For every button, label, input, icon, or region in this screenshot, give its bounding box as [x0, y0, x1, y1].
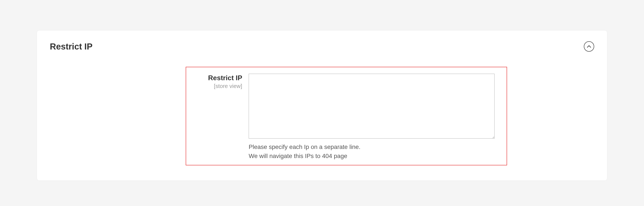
field-label: Restrict IP — [192, 74, 242, 82]
settings-panel: Restrict IP Restrict IP [store view] Ple… — [37, 30, 607, 181]
field-label-column: Restrict IP [store view] — [192, 74, 242, 89]
field-row: Restrict IP [store view] Please specify … — [192, 74, 500, 161]
restrict-ip-textarea[interactable] — [249, 74, 494, 139]
panel-header: Restrict IP — [50, 41, 594, 52]
hint-line-1: Please specify each Ip on a separate lin… — [249, 142, 500, 152]
collapse-toggle-button[interactable] — [584, 41, 594, 52]
field-scope: [store view] — [192, 83, 242, 89]
highlight-box: Restrict IP [store view] Please specify … — [186, 67, 507, 165]
hint-line-2: We will navigate this IPs to 404 page — [249, 152, 500, 161]
field-hint: Please specify each Ip on a separate lin… — [249, 142, 500, 161]
chevron-up-icon — [587, 45, 591, 48]
panel-title: Restrict IP — [50, 42, 92, 51]
field-input-column: Please specify each Ip on a separate lin… — [249, 74, 500, 161]
